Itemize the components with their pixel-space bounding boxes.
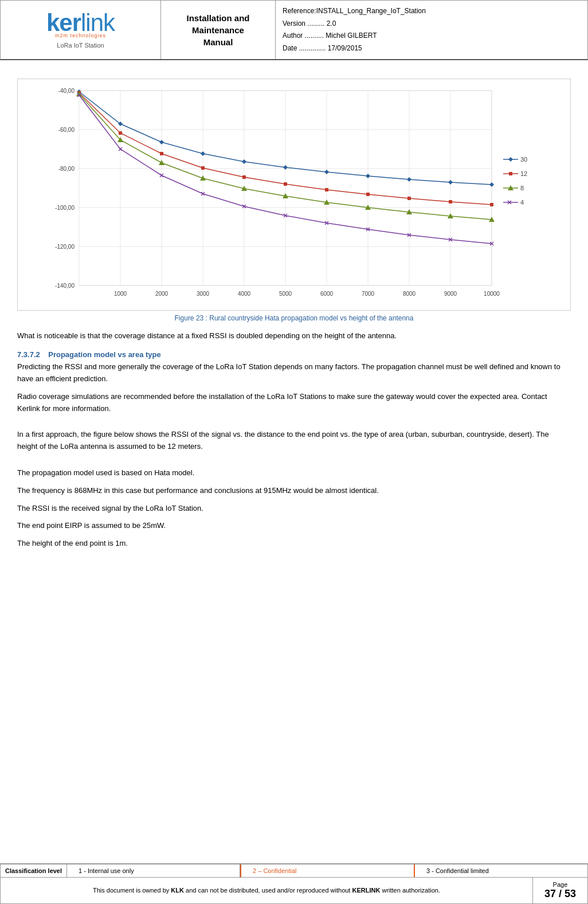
- svg-text:1000: 1000: [114, 291, 127, 297]
- page-footer: Classification level 1 - Internal use on…: [0, 863, 588, 904]
- svg-text:-120,00: -120,00: [55, 244, 75, 250]
- svg-rect-45: [119, 131, 122, 135]
- page-numbers: 37 / 53: [544, 888, 576, 900]
- para6: The RSSI is the received signal by the L…: [17, 503, 571, 515]
- document-meta: Reference:INSTALL_Long_Range_IoT_Station…: [276, 1, 587, 59]
- main-content: -40,00 -60,00 -80,00 -100,00 -120,00 -14…: [0, 60, 588, 565]
- svg-text:3000: 3000: [197, 291, 210, 297]
- svg-text:8000: 8000: [403, 291, 416, 297]
- meta-author: Author .......... Michel GILBERT: [283, 30, 581, 42]
- svg-rect-51: [366, 193, 370, 196]
- logo-section: kerlink m2m technologies LoRa IoT Statio…: [1, 1, 161, 59]
- svg-rect-49: [284, 182, 287, 186]
- footer-doc-text: This document is owned by KLK and can no…: [1, 882, 532, 899]
- svg-rect-52: [407, 197, 411, 200]
- svg-text:7000: 7000: [362, 291, 375, 297]
- classification-label: Classification level: [1, 864, 67, 877]
- svg-text:8: 8: [520, 185, 524, 191]
- classification-3: 3 - Confidential limited: [415, 864, 587, 877]
- meta-version: Version ......... 2.0: [283, 18, 581, 30]
- svg-text:4: 4: [520, 199, 524, 206]
- para7: The end point EIRP is assumed to be 25mW…: [17, 520, 571, 532]
- svg-text:30: 30: [520, 156, 527, 163]
- svg-rect-50: [325, 188, 328, 191]
- svg-text:-40,00: -40,00: [58, 88, 75, 94]
- page-wrapper: kerlink m2m technologies LoRa IoT Statio…: [0, 0, 588, 904]
- logo-subtitle: m2m technologies: [55, 33, 106, 38]
- svg-rect-92: [509, 172, 512, 175]
- svg-text:10000: 10000: [484, 291, 500, 297]
- para2: Radio coverage simulations are recommend…: [17, 391, 571, 415]
- svg-text:-60,00: -60,00: [58, 127, 75, 133]
- subsection-heading: 7.3.7.2 Propagation model vs area type: [17, 350, 571, 359]
- svg-text:4000: 4000: [238, 291, 251, 297]
- page-header: kerlink m2m technologies LoRa IoT Statio…: [0, 0, 588, 60]
- classification-1: 1 - Internal use only: [67, 864, 240, 877]
- document-title: Installation and Maintenance Manual: [161, 1, 276, 59]
- footer-bottom-row: This document is owned by KLK and can no…: [0, 877, 588, 904]
- chart-svg: -40,00 -60,00 -80,00 -100,00 -120,00 -14…: [18, 85, 565, 304]
- page-label: Page: [544, 881, 576, 888]
- svg-rect-46: [160, 152, 163, 155]
- svg-text:-80,00: -80,00: [58, 166, 75, 172]
- meta-date: Date .............. 17/09/2015: [283, 42, 581, 55]
- svg-rect-54: [490, 203, 493, 206]
- logo-product: LoRa IoT Station: [57, 42, 104, 49]
- logo-image: kerlink: [46, 11, 115, 35]
- svg-marker-89: [508, 157, 513, 162]
- classification-2: 2 – Confidential: [240, 864, 415, 877]
- svg-text:6000: 6000: [320, 291, 334, 297]
- classification-row: Classification level 1 - Internal use on…: [0, 864, 588, 877]
- meta-reference: Reference:INSTALL_Long_Range_IoT_Station: [283, 5, 581, 18]
- intro-paragraph: What is noticeable is that the coverage …: [17, 330, 571, 342]
- page-number: Page 37 / 53: [532, 878, 587, 903]
- svg-text:-100,00: -100,00: [55, 205, 75, 211]
- chart-container: -40,00 -60,00 -80,00 -100,00 -120,00 -14…: [17, 79, 571, 311]
- para3: In a first approach, the figure below sh…: [17, 429, 571, 453]
- svg-text:-140,00: -140,00: [55, 283, 75, 289]
- chart-svg-element: -40,00 -60,00 -80,00 -100,00 -120,00 -14…: [18, 85, 565, 303]
- svg-rect-48: [242, 175, 246, 179]
- para4: The propagation model used is based on H…: [17, 467, 571, 479]
- svg-text:12: 12: [520, 170, 527, 177]
- chart-caption: Figure 23 : Rural countryside Hata propa…: [17, 314, 571, 322]
- para8: The height of the end point is 1m.: [17, 538, 571, 550]
- svg-text:9000: 9000: [444, 291, 457, 297]
- para5: The frequency is 868MHz in this case but…: [17, 485, 571, 497]
- para1: Predicting the RSSI and more generally t…: [17, 361, 571, 385]
- svg-rect-47: [201, 166, 205, 170]
- svg-rect-53: [449, 200, 452, 204]
- svg-text:2000: 2000: [155, 291, 168, 297]
- svg-text:5000: 5000: [279, 291, 292, 297]
